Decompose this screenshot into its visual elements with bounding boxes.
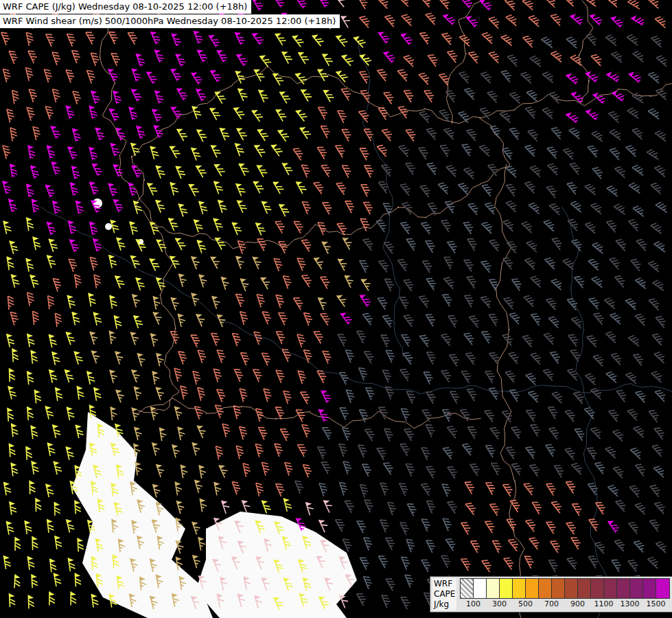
cape-legend-value: 1300 xyxy=(620,599,639,609)
cape-legend-label: WRF xyxy=(434,579,455,589)
cape-legend-values: 100300500700900110013001500 xyxy=(460,599,669,610)
cape-legend-swatch xyxy=(604,579,617,598)
cape-legend-swatch xyxy=(630,579,643,598)
cape-legend-swatch xyxy=(656,579,669,598)
cape-legend-labels: WRFCAPEJ/kg xyxy=(432,578,456,610)
cape-legend-swatch xyxy=(565,579,578,598)
cape-legend-swatch xyxy=(474,579,487,598)
cape-legend-value: 1500 xyxy=(646,599,665,609)
cape-legend-value: 700 xyxy=(544,599,559,609)
cape-legend-scale: 100300500700900110013001500 xyxy=(460,578,670,610)
cape-legend-swatch xyxy=(539,579,552,598)
cape-legend-color-strip xyxy=(460,578,670,599)
cape-legend-swatch xyxy=(643,579,656,598)
cape-legend-swatch xyxy=(552,579,565,598)
map-title-windshear: WRF Wind shear (m/s) 500/1000hPa Wednesd… xyxy=(0,14,340,28)
weather-map-canvas xyxy=(0,0,672,618)
cape-legend-value: 900 xyxy=(570,599,585,609)
cape-legend-value: 100 xyxy=(466,599,480,609)
cape-legend-swatch xyxy=(617,579,630,598)
cape-legend-value: 1100 xyxy=(594,599,613,609)
cape-legend-swatch xyxy=(513,579,526,598)
cape-legend-swatch xyxy=(500,579,513,598)
cape-legend-swatch xyxy=(526,579,539,598)
wrf-map-page: WRF CAPE (J/kg) Wednesday 08-10-2025 12:… xyxy=(0,0,672,618)
cape-legend-value: 300 xyxy=(492,599,507,609)
map-title-cape: WRF CAPE (J/kg) Wednesday 08-10-2025 12:… xyxy=(0,0,251,14)
cape-legend-swatch xyxy=(578,579,591,598)
cape-legend-swatch xyxy=(461,579,474,598)
cape-legend-value: 500 xyxy=(518,599,533,609)
cape-legend-label: CAPE xyxy=(434,589,455,599)
cape-legend-label: J/kg xyxy=(434,599,455,610)
cape-legend: WRFCAPEJ/kg 100300500700900110013001500 xyxy=(430,576,672,613)
cape-legend-swatch xyxy=(487,579,500,598)
cape-legend-swatch xyxy=(591,579,604,598)
